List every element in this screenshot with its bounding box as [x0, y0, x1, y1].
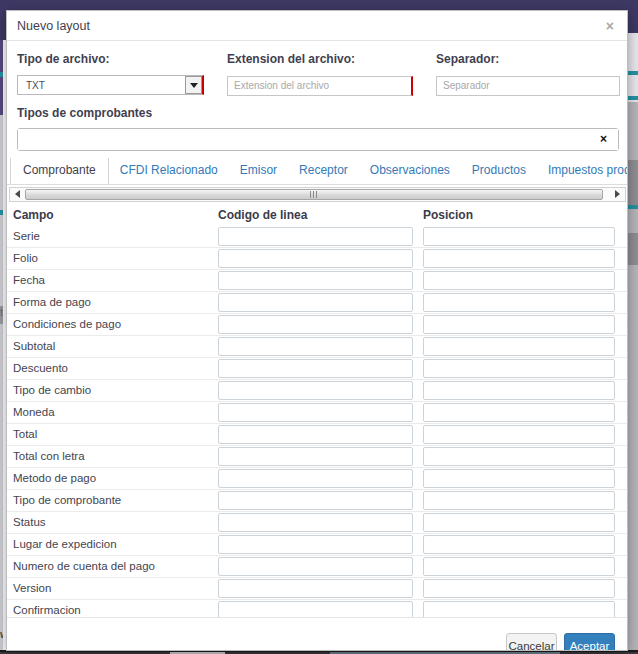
tab-emisor[interactable]: Emisor — [229, 158, 288, 184]
codigo-de-linea-input[interactable] — [218, 513, 413, 532]
row-label: Lugar de expedicion — [13, 538, 208, 550]
codigo-de-linea-input[interactable] — [218, 579, 413, 598]
table-row: Moneda — [7, 402, 627, 424]
dropdown-button[interactable] — [185, 76, 202, 94]
posicion-input[interactable] — [423, 535, 615, 554]
file-type-selected-value: TXT — [18, 80, 45, 91]
table-row: Forma de pago — [7, 292, 627, 314]
row-label: Version — [13, 582, 208, 594]
posicion-input[interactable] — [423, 579, 615, 598]
scroll-right-arrow-icon[interactable] — [611, 188, 624, 201]
codigo-de-linea-input[interactable] — [218, 491, 413, 510]
new-layout-modal: Nuevo layout × Tipo de archivo: TXT Exte… — [6, 10, 628, 651]
table-row: Descuento — [7, 358, 627, 380]
posicion-input[interactable] — [423, 315, 615, 334]
posicion-input[interactable] — [423, 513, 615, 532]
codigo-de-linea-input[interactable] — [218, 315, 413, 334]
codigo-de-linea-input[interactable] — [218, 359, 413, 378]
background-text-fragment: w — [0, 628, 3, 642]
table-row: Serie — [7, 226, 627, 248]
modal-header: Nuevo layout × — [7, 11, 627, 41]
clear-icon[interactable]: × — [600, 132, 607, 148]
posicion-input[interactable] — [423, 359, 615, 378]
background-accent-line — [628, 96, 638, 100]
posicion-input[interactable] — [423, 403, 615, 422]
horizontal-scrollbar[interactable] — [9, 187, 626, 202]
background-accent-line — [628, 71, 638, 75]
chevron-down-icon — [190, 83, 198, 88]
tab-productos[interactable]: Productos — [461, 158, 537, 184]
row-label: Serie — [13, 230, 208, 242]
codigo-de-linea-input[interactable] — [218, 469, 413, 488]
posicion-input[interactable] — [423, 227, 615, 246]
codigo-de-linea-input[interactable] — [218, 535, 413, 554]
cancel-button[interactable]: Cancelar — [506, 633, 557, 651]
column-header-codigo-de-linea: Codigo de linea — [218, 208, 413, 222]
background-left-edge-purple — [0, 40, 3, 115]
extension-input[interactable] — [227, 76, 413, 96]
table-row: Subtotal — [7, 336, 627, 358]
posicion-input[interactable] — [423, 557, 615, 576]
codigo-de-linea-input[interactable] — [218, 227, 413, 246]
row-label: Descuento — [13, 362, 208, 374]
codigo-de-linea-input[interactable] — [218, 447, 413, 466]
posicion-input[interactable] — [423, 469, 615, 488]
codigo-de-linea-input[interactable] — [218, 249, 413, 268]
background-page-scrollbar-thumb[interactable] — [628, 160, 638, 205]
separator-label: Separador: — [436, 52, 620, 66]
tab-comprobante[interactable]: Comprobante — [10, 158, 109, 185]
row-label: Confirmacion — [13, 604, 208, 616]
posicion-input[interactable] — [423, 293, 615, 312]
separator-input[interactable] — [436, 76, 620, 96]
table-row: Numero de cuenta del pago — [7, 556, 627, 578]
voucher-types-input[interactable] — [18, 129, 618, 150]
voucher-types-box: × — [17, 128, 619, 151]
codigo-de-linea-input[interactable] — [218, 293, 413, 312]
posicion-input[interactable] — [423, 447, 615, 466]
codigo-de-linea-input[interactable] — [218, 557, 413, 576]
posicion-input[interactable] — [423, 491, 615, 510]
table-row: Fecha — [7, 270, 627, 292]
close-icon[interactable]: × — [606, 19, 614, 33]
table-row: Tipo de comprobante — [7, 490, 627, 512]
codigo-de-linea-input[interactable] — [218, 425, 413, 444]
codigo-de-linea-input[interactable] — [218, 381, 413, 400]
tab-observaciones[interactable]: Observaciones — [359, 158, 461, 184]
background-accent-line — [0, 72, 3, 77]
file-type-select[interactable]: TXT — [17, 75, 204, 95]
table-row: Total — [7, 424, 627, 446]
posicion-input[interactable] — [423, 425, 615, 444]
posicion-input[interactable] — [423, 249, 615, 268]
background-page-scrollbar-thumb[interactable] — [628, 233, 638, 265]
horizontal-scrollbar-thumb[interactable] — [25, 189, 603, 200]
file-type-label: Tipo de archivo: — [17, 52, 204, 66]
table-header-row: Campo Codigo de linea Posicion — [7, 202, 627, 226]
scroll-left-arrow-icon[interactable] — [11, 188, 24, 201]
tab-receptor[interactable]: Receptor — [288, 158, 359, 184]
extension-label: Extension del archivo: — [227, 52, 413, 66]
codigo-de-linea-input[interactable] — [218, 337, 413, 356]
tab-impuestos-productos[interactable]: Impuestos productos — [537, 158, 627, 184]
table-row: Total con letra — [7, 446, 627, 468]
row-label: Numero de cuenta del pago — [13, 560, 208, 572]
codigo-de-linea-input[interactable] — [218, 271, 413, 290]
posicion-input[interactable] — [423, 381, 615, 400]
background-text-fragment: te — [0, 306, 3, 324]
background-accent-line — [628, 205, 638, 209]
separator-field-group: Separador: — [436, 52, 620, 96]
row-label: Metodo de pago — [13, 472, 208, 484]
row-label: Condiciones de pago — [13, 318, 208, 330]
column-header-campo: Campo — [13, 208, 208, 222]
posicion-input[interactable] — [423, 271, 615, 290]
table-row: Metodo de pago — [7, 468, 627, 490]
codigo-de-linea-input[interactable] — [218, 403, 413, 422]
row-label: Fecha — [13, 274, 208, 286]
table-row: Folio — [7, 248, 627, 270]
accept-button[interactable]: Aceptar — [564, 633, 615, 651]
file-type-field-group: Tipo de archivo: TXT — [17, 52, 204, 96]
top-fields-row: Tipo de archivo: TXT Extension del archi… — [7, 52, 627, 96]
tab-cfdi-relacionado[interactable]: CFDI Relacionado — [109, 158, 229, 184]
column-header-posicion: Posicion — [423, 208, 615, 222]
modal-body: Tipo de archivo: TXT Extension del archi… — [7, 41, 627, 622]
posicion-input[interactable] — [423, 337, 615, 356]
